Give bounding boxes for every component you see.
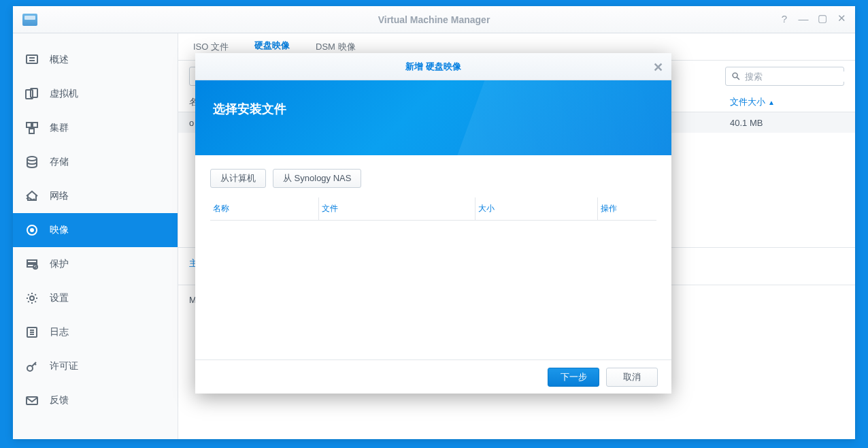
svg-rect-11: [27, 260, 37, 263]
minimize-icon[interactable]: —: [794, 9, 813, 28]
sidebar-item-feedback[interactable]: 反馈: [13, 383, 178, 417]
fcol-ops[interactable]: 操作: [598, 197, 656, 220]
dialog-body: 从计算机 从 Synology NAS 名称 文件 大小 操作: [195, 155, 671, 359]
sidebar-item-label: 网络: [50, 190, 69, 202]
sidebar-item-label: 集群: [50, 122, 69, 134]
sidebar-item-settings[interactable]: 设置: [13, 281, 178, 315]
storage-icon: [25, 155, 39, 169]
mail-icon: [25, 394, 39, 407]
dialog-footer: 下一步 取消: [195, 359, 671, 394]
svg-point-10: [31, 229, 33, 231]
sidebar-item-license[interactable]: 许可证: [13, 349, 178, 383]
svg-point-19: [27, 366, 33, 371]
titlebar: Virtual Machine Manager ? — ▢ ✕: [13, 6, 855, 33]
sidebar-item-protection[interactable]: 保护: [13, 247, 178, 281]
cell-size: 40.1 MB: [719, 118, 855, 128]
dialog-close-icon[interactable]: ✕: [653, 60, 663, 75]
search-input[interactable]: [745, 71, 855, 82]
from-nas-button[interactable]: 从 Synology NAS: [273, 169, 361, 188]
svg-point-21: [733, 73, 737, 78]
dialog-title: 新增 硬盘映像: [405, 61, 461, 73]
sidebar-item-image[interactable]: 映像: [13, 213, 178, 247]
sidebar-item-label: 保护: [50, 258, 69, 270]
sidebar-item-label: 许可证: [50, 360, 78, 372]
overview-icon: [25, 53, 39, 67]
svg-point-8: [27, 157, 37, 161]
svg-rect-0: [27, 55, 37, 63]
sidebar-item-network[interactable]: 网络: [13, 179, 178, 213]
from-computer-button[interactable]: 从计算机: [210, 169, 266, 188]
svg-rect-7: [29, 129, 34, 133]
fcol-file[interactable]: 文件: [319, 197, 475, 220]
maximize-icon[interactable]: ▢: [813, 9, 832, 28]
sidebar-item-label: 设置: [50, 292, 69, 304]
key-icon: [25, 359, 39, 373]
gear-icon: [25, 291, 39, 305]
file-table-header: 名称 文件 大小 操作: [210, 197, 656, 221]
dialog-add-disk-image: 新增 硬盘映像 ✕ 选择安装文件 从计算机 从 Synology NAS 名称 …: [195, 53, 671, 394]
search-icon: [731, 71, 741, 81]
cluster-icon: [25, 121, 39, 135]
sort-asc-icon: ▲: [768, 99, 775, 106]
svg-line-22: [737, 77, 739, 80]
svg-point-14: [30, 296, 34, 300]
image-icon: [25, 223, 39, 237]
sidebar-item-overview[interactable]: 概述: [13, 43, 178, 77]
sidebar-item-label: 概述: [50, 54, 69, 66]
svg-rect-5: [27, 123, 31, 127]
close-icon[interactable]: ✕: [832, 9, 851, 28]
sidebar-item-storage[interactable]: 存储: [13, 145, 178, 179]
upload-source-buttons: 从计算机 从 Synology NAS: [210, 169, 656, 188]
svg-rect-6: [33, 123, 37, 127]
sidebar-item-label: 映像: [50, 224, 69, 236]
sidebar-item-label: 反馈: [50, 394, 69, 406]
cancel-button[interactable]: 取消: [606, 368, 658, 387]
dialog-banner: 选择安装文件: [195, 80, 671, 155]
sidebar-item-label: 虚拟机: [50, 88, 78, 100]
sidebar-item-label: 日志: [50, 326, 69, 338]
app-icon: [22, 14, 37, 26]
protection-icon: [25, 257, 39, 271]
network-icon: [25, 189, 39, 203]
sidebar-item-log[interactable]: 日志: [13, 315, 178, 349]
fcol-size[interactable]: 大小: [475, 197, 598, 220]
dialog-titlebar: 新增 硬盘映像 ✕: [195, 53, 671, 80]
window-title: Virtual Machine Manager: [13, 14, 855, 25]
sidebar: 概述 虚拟机 集群 存储 网络 映像: [13, 33, 178, 439]
window-controls: ? — ▢ ✕: [775, 9, 851, 28]
log-icon: [25, 325, 39, 339]
col-header-size[interactable]: 文件大小▲: [719, 96, 855, 108]
sidebar-item-vm[interactable]: 虚拟机: [13, 77, 178, 111]
sidebar-item-cluster[interactable]: 集群: [13, 111, 178, 145]
next-button[interactable]: 下一步: [548, 368, 599, 387]
vm-icon: [25, 87, 39, 101]
search-box[interactable]: [725, 67, 844, 86]
dialog-banner-title: 选择安装文件: [213, 101, 654, 117]
sidebar-item-label: 存储: [50, 156, 69, 168]
file-table: 名称 文件 大小 操作: [210, 197, 656, 221]
fcol-name[interactable]: 名称: [210, 197, 319, 220]
help-icon[interactable]: ?: [775, 9, 794, 28]
